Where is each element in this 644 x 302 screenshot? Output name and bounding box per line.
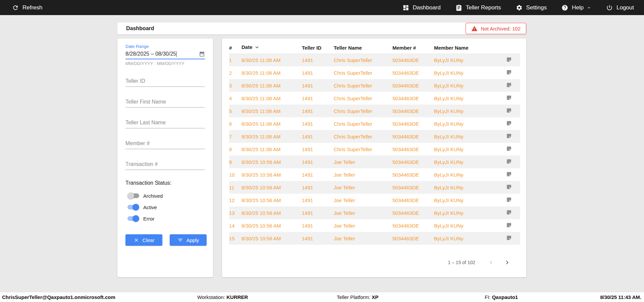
cell-date: 8/30/25 11:08 AM [241,117,302,130]
cell-teller-name: Joe Teller [334,232,392,245]
note-icon[interactable] [506,235,512,241]
cell-member-number: 5034463DE [392,130,434,143]
archived-switch[interactable] [127,193,139,198]
cell-row-number: 13 [229,206,241,219]
nav-dashboard[interactable]: Dashboard [402,4,441,11]
column-header-date[interactable]: Date [241,42,302,54]
cell-member-number: 5034463DE [392,168,434,181]
cell-row-number: 6 [229,117,241,130]
nav-teller-reports[interactable]: Teller Reports [455,4,501,11]
table-row[interactable]: 1 8/30/25 11:08 AM 1491 Chris SuperTelle… [229,54,520,66]
cell-teller-id: 1491 [302,194,334,206]
member-number-input[interactable] [125,138,205,149]
table-row[interactable]: 6 8/30/25 11:08 AM 1491 Chris SuperTelle… [229,117,520,130]
next-page-button[interactable] [503,258,512,267]
toggle-archived[interactable]: Archived [125,190,205,201]
error-switch[interactable] [127,216,139,221]
statusbar-time: 8/30/25 11:43 AM. [600,294,641,300]
cell-member-number: 5034463DE [392,143,434,156]
cell-date: 8/30/25 10:56 AM [241,168,302,181]
teller-last-name-input[interactable] [125,117,205,128]
date-range-input[interactable]: 8/28/2025 – 08/30/25 [125,50,205,59]
calendar-icon[interactable] [199,51,205,57]
cell-member-name: ByLyJI KUNy [434,54,498,66]
cell-member-name: ByLyJI KUNy [434,206,498,219]
note-icon[interactable] [506,95,512,101]
note-icon[interactable] [506,120,512,126]
column-header-number: # [229,42,241,54]
note-icon[interactable] [506,82,512,88]
note-icon[interactable] [506,171,512,177]
cell-row-number: 5 [229,105,241,117]
page-title: Dashboard [126,25,154,32]
teller-first-name-input[interactable] [125,96,205,108]
cell-note [498,105,520,117]
column-header-note [498,42,520,54]
transaction-number-input[interactable] [125,159,205,170]
cell-member-name: ByLyJI KUNy [434,105,498,117]
toggle-active[interactable]: Active [125,201,205,213]
table-row[interactable]: 7 8/30/25 11:08 AM 1491 Chris SuperTelle… [229,130,520,143]
toggle-error[interactable]: Error [125,213,205,224]
cell-note [498,117,520,130]
active-switch[interactable] [127,205,139,209]
teller-id-input[interactable] [125,75,205,87]
not-archived-badge: Not Archived: 102 [466,23,526,34]
apply-button[interactable]: Apply [170,234,207,246]
nav-logout[interactable]: Logout [606,4,634,11]
nav-settings[interactable]: Settings [516,4,547,11]
table-row[interactable]: 5 8/30/25 11:08 AM 1491 Chris SuperTelle… [229,105,520,117]
clear-button[interactable]: Clear [125,234,162,246]
cell-date: 8/30/25 11:08 AM [241,92,302,105]
toggle-archived-label: Archived [143,193,163,199]
cell-member-name: ByLyJI KUNy [434,143,498,156]
refresh-button[interactable]: Refresh [12,4,43,11]
cell-teller-id: 1491 [302,66,334,79]
cell-row-number: 9 [229,156,241,168]
table-row[interactable]: 13 8/30/25 10:56 AM 1491 Joe Teller 5034… [229,206,520,219]
refresh-label: Refresh [22,4,43,11]
note-icon[interactable] [506,133,512,139]
note-icon[interactable] [506,108,512,113]
table-row[interactable]: 14 8/30/25 10:56 AM 1491 Joe Teller 5034… [229,219,520,232]
note-icon[interactable] [506,209,512,215]
note-icon[interactable] [506,184,512,190]
filter-panel: Date Range 8/28/2025 – 08/30/25 MM/DD/YY… [117,39,213,277]
nav-help[interactable]: Help [561,4,591,11]
cell-note [498,194,520,206]
column-header-member-name: Member Name [434,42,498,54]
cell-member-name: ByLyJI KUNy [434,79,498,92]
cell-row-number: 4 [229,92,241,105]
table-row[interactable]: 9 8/30/25 10:56 AM 1491 Joe Teller 50344… [229,156,520,168]
table-row[interactable]: 15 8/30/25 10:56 AM 1491 Joe Teller 5034… [229,232,520,245]
cell-member-number: 5034463DE [392,92,434,105]
cell-note [498,232,520,245]
cell-teller-name: Chris SuperTeller [334,92,392,105]
note-icon[interactable] [506,197,512,202]
cell-member-name: ByLyJI KUNy [434,92,498,105]
note-icon[interactable] [506,222,512,228]
pagination-range-label: 1 – 15 of 102 [448,260,475,265]
table-row[interactable]: 2 8/30/25 11:08 AM 1491 Chris SuperTelle… [229,66,520,79]
teller-platform-info: Teller Platform: XP [337,294,378,300]
note-icon[interactable] [506,159,512,164]
table-row[interactable]: 8 8/30/25 11:08 AM 1491 Chris SuperTelle… [229,143,520,156]
cell-row-number: 11 [229,181,241,194]
note-icon[interactable] [506,57,512,62]
cell-teller-id: 1491 [302,143,334,156]
transaction-status-label: Transaction Status: [125,180,205,186]
clear-button-label: Clear [143,237,155,243]
note-icon[interactable] [506,69,512,75]
table-row[interactable]: 11 8/30/25 10:56 AM 1491 Joe Teller 5034… [229,181,520,194]
cell-teller-name: Chris SuperTeller [334,105,392,117]
note-icon[interactable] [506,146,512,152]
reports-icon [455,4,462,11]
cell-teller-id: 1491 [302,130,334,143]
table-row[interactable]: 12 8/30/25 10:56 AM 1491 Joe Teller 5034… [229,194,520,206]
gear-icon [516,4,523,11]
table-row[interactable]: 3 8/30/25 11:08 AM 1491 Chris SuperTelle… [229,79,520,92]
table-row[interactable]: 4 8/30/25 11:08 AM 1491 Chris SuperTelle… [229,92,520,105]
apply-button-label: Apply [186,237,199,243]
cell-row-number: 1 [229,54,241,66]
table-row[interactable]: 10 8/30/25 10:56 AM 1491 Joe Teller 5034… [229,168,520,181]
